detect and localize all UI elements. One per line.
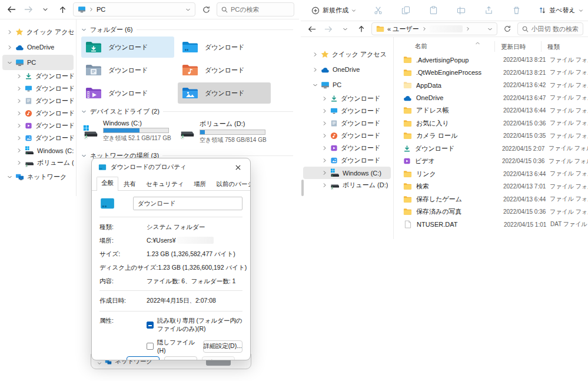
tab-共有[interactable]: 共有 <box>119 178 141 191</box>
sidebar-item-pc[interactable]: PC <box>303 77 391 92</box>
group-header-folders[interactable]: フォルダー (6) <box>81 24 293 35</box>
chevron-right-icon[interactable] <box>16 74 22 79</box>
sidebar-item-documents[interactable]: ダウンロード <box>303 117 391 130</box>
address-dropdown-chevron-icon[interactable] <box>185 7 191 12</box>
tab-全般[interactable]: 全般 <box>97 177 118 191</box>
file-row[interactable]: リンク2022/04/13 6:44ファイル フォルダー <box>394 168 588 181</box>
sidebar-item-documents[interactable]: ダウンロード <box>2 95 74 107</box>
address-bar[interactable]: PC <box>73 2 195 16</box>
file-row[interactable]: ダウンロード2022/04/15 2:07ファイル フォルダー <box>394 143 588 155</box>
chevron-right-icon[interactable] <box>16 86 22 91</box>
file-row[interactable]: .AdvertisingPopup2022/04/13 8:21ファイル フォル… <box>394 54 588 67</box>
forward-icon[interactable] <box>322 22 335 35</box>
address-bar[interactable]: « ユーザー <box>371 22 497 35</box>
search-input[interactable]: PCの検索 <box>217 2 294 16</box>
file-row[interactable]: アドレス帳2022/04/13 6:44ファイル フォルダー <box>394 104 588 117</box>
chevron-right-icon[interactable] <box>322 170 327 175</box>
ok-button[interactable]: OK <box>127 356 160 360</box>
refresh-icon[interactable] <box>501 22 514 35</box>
folder-tile[interactable]: ダウンロード <box>81 37 174 58</box>
folder-tile[interactable]: ダウンロード <box>178 59 271 81</box>
sidebar-item-drive_windows[interactable]: Windows (C:) <box>303 167 391 179</box>
hidden-checkbox[interactable] <box>147 343 154 350</box>
group-header-drives[interactable]: デバイスとドライブ (2) <box>81 106 293 117</box>
drive-tile[interactable]: Windows (C:)空き領域 52.1 GB/117 GB <box>81 118 174 147</box>
refresh-icon[interactable] <box>200 3 212 16</box>
paste-icon[interactable] <box>426 4 441 17</box>
chevron-right-icon[interactable] <box>322 121 327 126</box>
chevron-right-icon[interactable] <box>322 145 327 151</box>
chevron-right-icon[interactable] <box>313 52 318 57</box>
chevron-right-icon[interactable] <box>16 98 22 104</box>
chevron-right-icon[interactable] <box>322 183 327 188</box>
share-icon[interactable] <box>481 4 497 17</box>
drive-tile[interactable]: ボリューム (D:)空き領域 758 GB/814 GB <box>178 118 271 147</box>
sidebar-item-desktop[interactable]: ダウンロード <box>2 82 74 95</box>
file-row[interactable]: .QtWebEngineProcess2022/04/13 8:21ファイル フ… <box>394 67 588 79</box>
sidebar-item-network[interactable]: ネットワーク <box>2 169 74 184</box>
chevron-right-icon[interactable] <box>16 135 22 141</box>
sidebar-item-star[interactable]: クイック アクセス <box>2 24 74 39</box>
sidebar-item-drive[interactable]: ボリューム (D:) <box>2 157 74 169</box>
sidebar-item-drive_windows[interactable]: Windows (C:) <box>2 144 74 157</box>
sidebar-item-music[interactable]: ダウンロード <box>2 107 74 120</box>
chevron-down-icon[interactable] <box>7 60 12 65</box>
sidebar-item-pictures[interactable]: ダウンロード <box>303 154 391 167</box>
sidebar-item-desktop[interactable]: ダウンロード <box>303 105 391 117</box>
chevron-right-icon[interactable] <box>16 111 22 116</box>
address-dropdown-chevron-icon[interactable] <box>487 26 493 32</box>
close-icon[interactable] <box>229 160 247 174</box>
chevron-right-icon[interactable] <box>313 67 318 72</box>
file-row[interactable]: ビデオ2022/04/15 0:36ファイル フォルダー <box>394 155 588 168</box>
delete-icon[interactable] <box>509 4 524 17</box>
breadcrumb[interactable]: PC <box>97 6 105 13</box>
cancel-button[interactable]: キャンセル <box>164 356 197 360</box>
sidebar-item-pc[interactable]: PC <box>2 55 74 70</box>
new-button[interactable]: 新規作成 <box>308 4 360 17</box>
sidebar-item-music[interactable]: ダウンロード <box>303 130 391 142</box>
recent-locations-chevron-icon[interactable] <box>39 3 52 16</box>
folder-tile[interactable]: ダウンロード <box>178 37 271 58</box>
sidebar-item-downloads[interactable]: ダウンロード <box>303 92 391 105</box>
chevron-right-icon[interactable] <box>16 148 22 153</box>
sidebar-item-drive[interactable]: ボリューム (D:) <box>303 179 391 191</box>
chevron-right-icon[interactable] <box>7 29 12 35</box>
sidebar-item-videos[interactable]: ダウンロード <box>303 142 391 154</box>
cut-icon[interactable] <box>370 4 386 17</box>
folder-tile[interactable]: ダウンロード <box>81 82 174 104</box>
rename-icon[interactable] <box>453 4 469 17</box>
sidebar-item-downloads[interactable]: ダウンロード <box>2 70 74 82</box>
chevron-right-icon[interactable] <box>322 158 327 163</box>
advanced-settings-button[interactable]: 詳細設定(D)... <box>203 340 242 353</box>
sidebar-item-pictures[interactable]: ダウンロード <box>2 132 74 144</box>
chevron-right-icon[interactable] <box>322 96 327 101</box>
sort-button[interactable]: 並べ替え <box>535 4 587 17</box>
chevron-down-icon[interactable] <box>7 174 12 180</box>
file-row[interactable]: AppData2022/04/13 6:42ファイル フォルダー <box>394 79 588 92</box>
breadcrumb[interactable]: « ユーザー <box>387 25 419 34</box>
column-header-date[interactable]: 更新日時 <box>494 41 541 52</box>
back-icon[interactable] <box>305 22 318 35</box>
sidebar-item-videos[interactable]: ダウンロード <box>2 120 74 132</box>
tab-セキュリティ[interactable]: セキュリティ <box>141 178 188 191</box>
up-icon[interactable] <box>355 22 368 35</box>
file-row[interactable]: お気に入り2022/04/15 0:36ファイル フォルダー <box>394 117 588 130</box>
search-input[interactable]: 小田切 数の検索 <box>517 22 583 35</box>
sidebar-item-star[interactable]: クイック アクセス <box>303 47 391 62</box>
chevron-down-icon[interactable] <box>313 82 318 88</box>
sidebar-item-cloud[interactable]: OneDrive <box>303 62 391 77</box>
file-row[interactable]: カメラ ロール2022/04/15 0:35ファイル フォルダー <box>394 130 588 143</box>
tab-場所[interactable]: 場所 <box>189 178 211 191</box>
copy-icon[interactable] <box>398 4 414 17</box>
up-icon[interactable] <box>56 3 69 16</box>
tab-以前のバージョン[interactable]: 以前のバージョン <box>211 178 251 191</box>
file-row[interactable]: OneDrive2022/04/13 6:47ファイル フォルダー <box>394 92 588 105</box>
column-header-type[interactable]: 種類 <box>541 41 588 52</box>
back-icon[interactable] <box>5 3 18 16</box>
file-row[interactable]: 保存したゲーム2022/04/13 6:44ファイル フォルダー <box>394 193 588 206</box>
forward-icon[interactable] <box>22 3 35 16</box>
file-row[interactable]: 保存済みの写真2022/04/15 0:36ファイル フォルダー <box>394 206 588 218</box>
folder-name-input[interactable] <box>133 197 242 210</box>
chevron-right-icon[interactable] <box>322 108 327 114</box>
folder-tile[interactable]: ダウンロード <box>178 82 271 104</box>
